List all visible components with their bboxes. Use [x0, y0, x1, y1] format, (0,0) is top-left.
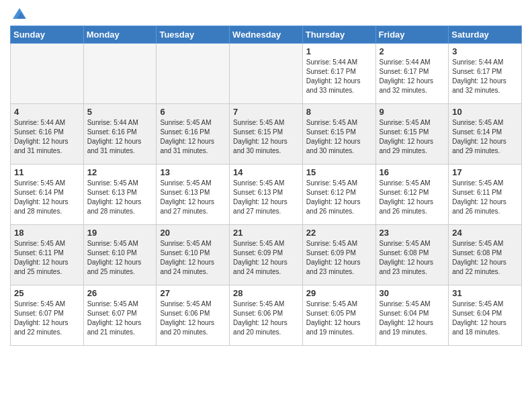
- day-info: Sunrise: 5:45 AM Sunset: 6:06 PM Dayligh…: [160, 300, 226, 337]
- day-info: Sunrise: 5:45 AM Sunset: 6:15 PM Dayligh…: [306, 118, 372, 156]
- day-info: Sunrise: 5:45 AM Sunset: 6:09 PM Dayligh…: [306, 239, 372, 277]
- calendar-cell: 2Sunrise: 5:44 AM Sunset: 6:17 PM Daylig…: [375, 44, 449, 104]
- calendar-cell: 20Sunrise: 5:45 AM Sunset: 6:10 PM Dayli…: [157, 225, 230, 285]
- day-number: 6: [160, 107, 226, 117]
- calendar-cell: 28Sunrise: 5:45 AM Sunset: 6:06 PM Dayli…: [230, 285, 303, 346]
- day-number: 3: [452, 46, 518, 56]
- day-info: Sunrise: 5:44 AM Sunset: 6:17 PM Dayligh…: [306, 58, 372, 95]
- calendar-cell: 4Sunrise: 5:44 AM Sunset: 6:16 PM Daylig…: [11, 104, 84, 165]
- day-info: Sunrise: 5:45 AM Sunset: 6:14 PM Dayligh…: [14, 179, 80, 216]
- day-info: Sunrise: 5:44 AM Sunset: 6:17 PM Dayligh…: [380, 58, 445, 95]
- day-number: 17: [452, 167, 518, 177]
- day-number: 28: [233, 288, 299, 298]
- day-info: Sunrise: 5:45 AM Sunset: 6:14 PM Dayligh…: [452, 118, 518, 156]
- calendar-week-row: 11Sunrise: 5:45 AM Sunset: 6:14 PM Dayli…: [11, 165, 522, 225]
- page: SundayMondayTuesdayWednesdayThursdayFrid…: [0, 0, 532, 356]
- calendar-cell: 31Sunrise: 5:45 AM Sunset: 6:04 PM Dayli…: [449, 285, 522, 346]
- day-number: 26: [87, 288, 153, 298]
- day-info: Sunrise: 5:45 AM Sunset: 6:13 PM Dayligh…: [87, 179, 153, 216]
- day-info: Sunrise: 5:45 AM Sunset: 6:08 PM Dayligh…: [452, 239, 518, 277]
- day-number: 21: [233, 228, 299, 238]
- day-info: Sunrise: 5:44 AM Sunset: 6:17 PM Dayligh…: [452, 58, 518, 95]
- weekday-header-thursday: Thursday: [302, 26, 375, 44]
- calendar-week-row: 4Sunrise: 5:44 AM Sunset: 6:16 PM Daylig…: [11, 104, 522, 165]
- weekday-header-wednesday: Wednesday: [230, 26, 303, 44]
- calendar-table: SundayMondayTuesdayWednesdayThursdayFrid…: [10, 26, 522, 346]
- day-info: Sunrise: 5:45 AM Sunset: 6:11 PM Dayligh…: [14, 239, 80, 277]
- calendar-cell: 16Sunrise: 5:45 AM Sunset: 6:12 PM Dayli…: [375, 165, 449, 225]
- day-info: Sunrise: 5:45 AM Sunset: 6:11 PM Dayligh…: [452, 179, 518, 216]
- day-number: 18: [14, 228, 80, 238]
- calendar-cell: [11, 44, 84, 104]
- day-info: Sunrise: 5:45 AM Sunset: 6:16 PM Dayligh…: [160, 118, 226, 156]
- calendar-cell: 27Sunrise: 5:45 AM Sunset: 6:06 PM Dayli…: [157, 285, 230, 346]
- weekday-header-row: SundayMondayTuesdayWednesdayThursdayFrid…: [11, 26, 522, 44]
- calendar-cell: 19Sunrise: 5:45 AM Sunset: 6:10 PM Dayli…: [83, 225, 157, 285]
- logo: [10, 12, 28, 21]
- calendar-cell: 18Sunrise: 5:45 AM Sunset: 6:11 PM Dayli…: [11, 225, 84, 285]
- day-info: Sunrise: 5:44 AM Sunset: 6:16 PM Dayligh…: [14, 118, 80, 156]
- calendar-cell: 8Sunrise: 5:45 AM Sunset: 6:15 PM Daylig…: [302, 104, 375, 165]
- day-number: 7: [233, 107, 299, 117]
- day-info: Sunrise: 5:45 AM Sunset: 6:05 PM Dayligh…: [306, 300, 372, 337]
- day-number: 30: [380, 288, 445, 298]
- day-info: Sunrise: 5:45 AM Sunset: 6:04 PM Dayligh…: [452, 300, 518, 337]
- calendar-cell: [83, 44, 157, 104]
- calendar-cell: 3Sunrise: 5:44 AM Sunset: 6:17 PM Daylig…: [449, 44, 522, 104]
- logo-icon: [11, 5, 28, 21]
- day-info: Sunrise: 5:45 AM Sunset: 6:15 PM Dayligh…: [233, 118, 299, 156]
- day-info: Sunrise: 5:45 AM Sunset: 6:07 PM Dayligh…: [14, 300, 80, 337]
- day-number: 15: [306, 167, 372, 177]
- weekday-header-tuesday: Tuesday: [157, 26, 230, 44]
- day-number: 10: [452, 107, 518, 117]
- day-info: Sunrise: 5:45 AM Sunset: 6:06 PM Dayligh…: [233, 300, 299, 337]
- day-number: 27: [160, 288, 226, 298]
- day-info: Sunrise: 5:45 AM Sunset: 6:08 PM Dayligh…: [380, 239, 445, 277]
- day-info: Sunrise: 5:45 AM Sunset: 6:12 PM Dayligh…: [380, 179, 445, 216]
- calendar-cell: 29Sunrise: 5:45 AM Sunset: 6:05 PM Dayli…: [302, 285, 375, 346]
- calendar-cell: 15Sunrise: 5:45 AM Sunset: 6:12 PM Dayli…: [302, 165, 375, 225]
- day-info: Sunrise: 5:45 AM Sunset: 6:07 PM Dayligh…: [87, 300, 153, 337]
- day-number: 20: [160, 228, 226, 238]
- calendar-cell: 24Sunrise: 5:45 AM Sunset: 6:08 PM Dayli…: [449, 225, 522, 285]
- calendar-week-row: 18Sunrise: 5:45 AM Sunset: 6:11 PM Dayli…: [11, 225, 522, 285]
- weekday-header-sunday: Sunday: [11, 26, 84, 44]
- day-info: Sunrise: 5:45 AM Sunset: 6:15 PM Dayligh…: [380, 118, 445, 156]
- calendar-cell: 30Sunrise: 5:45 AM Sunset: 6:04 PM Dayli…: [375, 285, 449, 346]
- day-number: 19: [87, 228, 153, 238]
- calendar-cell: 21Sunrise: 5:45 AM Sunset: 6:09 PM Dayli…: [230, 225, 303, 285]
- calendar-week-row: 1Sunrise: 5:44 AM Sunset: 6:17 PM Daylig…: [11, 44, 522, 104]
- weekday-header-saturday: Saturday: [449, 26, 522, 44]
- weekday-header-monday: Monday: [83, 26, 157, 44]
- calendar-cell: 14Sunrise: 5:45 AM Sunset: 6:13 PM Dayli…: [230, 165, 303, 225]
- calendar-cell: 25Sunrise: 5:45 AM Sunset: 6:07 PM Dayli…: [11, 285, 84, 346]
- calendar-cell: 17Sunrise: 5:45 AM Sunset: 6:11 PM Dayli…: [449, 165, 522, 225]
- day-info: Sunrise: 5:44 AM Sunset: 6:16 PM Dayligh…: [87, 118, 153, 156]
- day-number: 31: [452, 288, 518, 298]
- day-info: Sunrise: 5:45 AM Sunset: 6:12 PM Dayligh…: [306, 179, 372, 216]
- weekday-header-friday: Friday: [375, 26, 449, 44]
- day-info: Sunrise: 5:45 AM Sunset: 6:10 PM Dayligh…: [160, 239, 226, 277]
- day-info: Sunrise: 5:45 AM Sunset: 6:10 PM Dayligh…: [87, 239, 153, 277]
- calendar-cell: 5Sunrise: 5:44 AM Sunset: 6:16 PM Daylig…: [83, 104, 157, 165]
- day-number: 29: [306, 288, 372, 298]
- day-number: 14: [233, 167, 299, 177]
- day-number: 4: [14, 107, 80, 117]
- calendar-cell: 13Sunrise: 5:45 AM Sunset: 6:13 PM Dayli…: [157, 165, 230, 225]
- calendar-cell: 11Sunrise: 5:45 AM Sunset: 6:14 PM Dayli…: [11, 165, 84, 225]
- day-number: 13: [160, 167, 226, 177]
- day-number: 16: [380, 167, 445, 177]
- calendar-cell: 12Sunrise: 5:45 AM Sunset: 6:13 PM Dayli…: [83, 165, 157, 225]
- day-number: 11: [14, 167, 80, 177]
- day-number: 5: [87, 107, 153, 117]
- calendar-cell: 1Sunrise: 5:44 AM Sunset: 6:17 PM Daylig…: [302, 44, 375, 104]
- calendar-cell: 23Sunrise: 5:45 AM Sunset: 6:08 PM Dayli…: [375, 225, 449, 285]
- day-number: 25: [14, 288, 80, 298]
- header: [10, 7, 522, 21]
- calendar-cell: 26Sunrise: 5:45 AM Sunset: 6:07 PM Dayli…: [83, 285, 157, 346]
- calendar-cell: [230, 44, 303, 104]
- calendar-cell: 22Sunrise: 5:45 AM Sunset: 6:09 PM Dayli…: [302, 225, 375, 285]
- day-info: Sunrise: 5:45 AM Sunset: 6:09 PM Dayligh…: [233, 239, 299, 277]
- day-number: 1: [306, 46, 372, 56]
- calendar-cell: [157, 44, 230, 104]
